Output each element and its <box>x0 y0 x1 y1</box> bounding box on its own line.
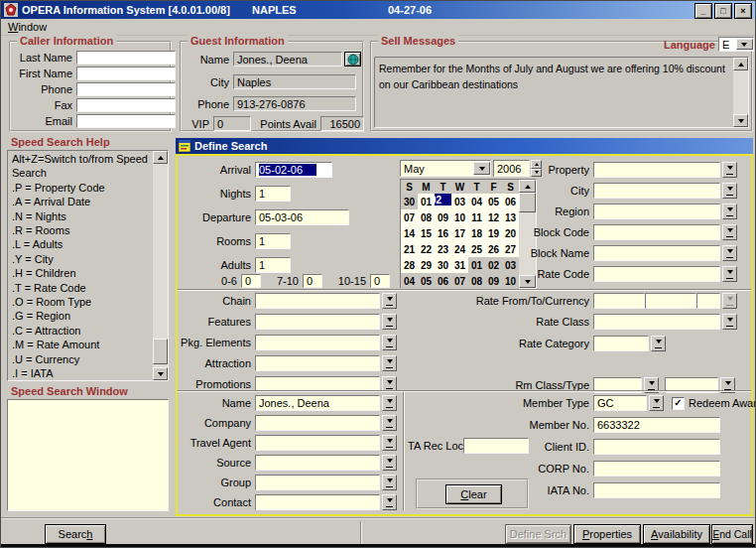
lov-button[interactable] <box>382 335 397 350</box>
calendar-day[interactable]: 03 <box>451 194 468 209</box>
guest-vip-field[interactable]: 0 <box>213 116 251 131</box>
lov-button[interactable] <box>382 455 397 471</box>
redeem-award-checkbox[interactable]: ✓ <box>672 397 685 410</box>
rate-class-input[interactable] <box>593 314 720 330</box>
lov-button[interactable] <box>651 336 666 351</box>
speed-search-window-box[interactable] <box>7 399 169 511</box>
caller-input[interactable] <box>76 98 176 112</box>
rate-category-input[interactable] <box>593 336 649 351</box>
calendar-day[interactable]: 17 <box>451 225 468 241</box>
caller-input[interactable] <box>76 114 176 128</box>
menu-window[interactable]: Window <box>8 21 47 33</box>
caller-input[interactable] <box>76 51 176 65</box>
lov-button[interactable] <box>722 204 737 219</box>
lov-button[interactable] <box>722 245 737 261</box>
rate-to-input[interactable] <box>645 293 696 309</box>
corp-no-input[interactable] <box>593 461 720 477</box>
criteria-input[interactable] <box>255 293 380 309</box>
calendar-day[interactable]: 21 <box>401 241 418 257</box>
guest-city-field[interactable]: Naples <box>233 74 356 89</box>
profile-input[interactable] <box>255 455 380 471</box>
scroll-thumb[interactable] <box>153 339 168 364</box>
scroll-down-button[interactable] <box>153 367 168 380</box>
lov-button[interactable] <box>649 395 664 411</box>
points-avail-field[interactable]: 16500 <box>320 116 364 131</box>
lov-button[interactable] <box>382 293 397 309</box>
calendar-day[interactable]: 06 <box>435 273 451 289</box>
close-button[interactable]: × <box>734 3 752 19</box>
end-call-button[interactable]: End Call <box>711 524 753 544</box>
client-id-input[interactable] <box>593 439 720 455</box>
member-type-input[interactable]: GC <box>593 395 647 411</box>
criteria-input[interactable] <box>255 314 380 330</box>
calendar-day[interactable]: 23 <box>435 241 451 257</box>
rate-from-input[interactable] <box>593 293 645 309</box>
calendar-day[interactable]: 30 <box>401 194 418 209</box>
departure-input[interactable]: 05-03-06 <box>255 209 349 225</box>
adults-input[interactable]: 1 <box>255 257 291 273</box>
calendar-day[interactable]: 02 <box>435 194 451 206</box>
caller-input[interactable] <box>76 82 176 96</box>
guest-name-field[interactable]: Jones., Deena <box>233 52 342 67</box>
guest-phone-field[interactable]: 913-276-0876 <box>233 96 356 111</box>
scroll-up-button[interactable] <box>733 58 748 70</box>
profile-input[interactable] <box>255 435 380 451</box>
calendar-day[interactable]: 14 <box>401 225 418 241</box>
scroll-down-button[interactable] <box>733 114 748 127</box>
lov-button[interactable] <box>382 415 397 431</box>
lov-button[interactable] <box>722 183 737 199</box>
calendar-day[interactable]: 10 <box>451 209 468 225</box>
criteria-input[interactable] <box>255 355 380 371</box>
calendar-day[interactable]: 30 <box>435 257 451 273</box>
calendar-day[interactable]: 07 <box>451 273 468 289</box>
calendar-day[interactable]: 05 <box>418 273 435 289</box>
language-select[interactable]: E <box>718 37 754 52</box>
language-dropdown-button[interactable] <box>736 39 753 50</box>
calendar-day[interactable]: 09 <box>435 209 451 225</box>
iata-no-input[interactable] <box>593 482 720 498</box>
lov-button[interactable] <box>382 355 397 371</box>
location-input[interactable] <box>593 204 720 219</box>
calendar-day[interactable]: 24 <box>451 241 468 257</box>
calendar-day[interactable]: 08 <box>418 209 435 225</box>
search-button[interactable]: Search <box>45 524 106 544</box>
availability-button[interactable]: Availability <box>643 524 710 544</box>
calendar-day[interactable]: 07 <box>401 209 418 225</box>
location-input[interactable] <box>593 266 720 282</box>
children-7-10-input[interactable]: 0 <box>303 274 322 288</box>
lov-button[interactable] <box>382 314 397 330</box>
children-0-6-input[interactable]: 0 <box>241 274 261 288</box>
profile-input[interactable] <box>255 494 380 510</box>
properties-button[interactable]: Properties <box>573 524 641 544</box>
lov-button[interactable] <box>382 475 397 490</box>
lov-button[interactable] <box>382 435 397 451</box>
children-10-15-input[interactable]: 0 <box>370 274 390 288</box>
nights-input[interactable]: 1 <box>255 186 291 202</box>
scroll-track[interactable] <box>733 70 748 114</box>
calendar-day[interactable]: 31 <box>451 257 468 273</box>
location-input[interactable] <box>593 183 720 199</box>
caller-input[interactable] <box>76 67 176 80</box>
calendar-day[interactable]: 22 <box>418 241 435 257</box>
profile-input[interactable]: Jones., Deena <box>255 395 380 411</box>
lov-button[interactable] <box>382 494 397 510</box>
location-input[interactable] <box>593 245 720 261</box>
calendar-day[interactable]: 15 <box>418 225 435 241</box>
maximize-button[interactable]: □ <box>714 3 732 19</box>
lov-button[interactable] <box>722 162 737 178</box>
criteria-input[interactable] <box>255 335 380 350</box>
profile-input[interactable] <box>255 415 380 431</box>
minimize-button[interactable]: _ <box>694 3 712 19</box>
scroll-up-button[interactable] <box>153 151 168 164</box>
globe-button[interactable] <box>344 52 361 67</box>
member-no-input[interactable]: 6633322 <box>593 417 720 433</box>
calendar-day[interactable]: 29 <box>418 257 435 273</box>
location-input[interactable] <box>593 162 720 178</box>
lov-button[interactable] <box>382 395 397 411</box>
profile-input[interactable] <box>255 475 380 490</box>
calendar-day[interactable]: 16 <box>435 225 451 241</box>
rooms-input[interactable]: 1 <box>255 233 291 249</box>
calendar-day[interactable]: 28 <box>401 257 418 273</box>
calendar-day[interactable]: 04 <box>401 273 418 289</box>
lov-button[interactable] <box>722 314 737 330</box>
